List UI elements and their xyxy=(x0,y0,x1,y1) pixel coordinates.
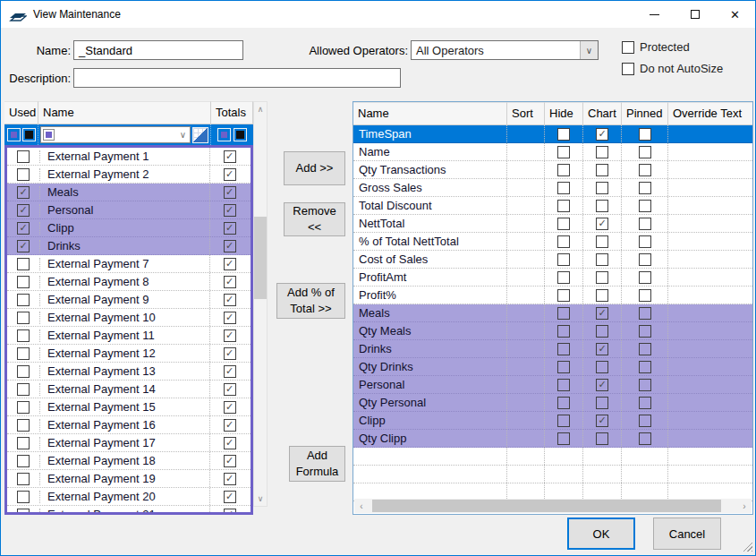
name-filter-input[interactable]: ∨ xyxy=(40,126,191,143)
hide-checkbox[interactable] xyxy=(557,289,570,302)
pinned-checkbox[interactable] xyxy=(639,397,651,409)
chart-checkbox[interactable] xyxy=(596,432,608,445)
totals-checkbox[interactable]: ✓ xyxy=(224,312,236,324)
totals-checkbox[interactable]: ✓ xyxy=(224,240,236,252)
close-button[interactable]: ✕ xyxy=(715,1,755,28)
hide-checkbox[interactable] xyxy=(557,200,570,212)
used-filter-all-icon[interactable] xyxy=(22,128,36,141)
hide-checkbox[interactable] xyxy=(557,325,570,338)
left-grid-row[interactable]: External Payment 11✓ xyxy=(7,327,251,345)
pinned-checkbox[interactable] xyxy=(639,218,651,230)
vertical-scrollbar[interactable]: ∧ ∨ xyxy=(253,101,268,507)
hide-checkbox[interactable] xyxy=(557,218,570,230)
chart-checkbox[interactable] xyxy=(596,164,608,176)
right-col-header-override[interactable]: Override Text xyxy=(668,102,752,125)
right-grid-row[interactable]: Total Discount xyxy=(353,197,752,215)
pinned-checkbox[interactable] xyxy=(639,164,651,176)
hide-checkbox[interactable] xyxy=(557,271,570,284)
right-grid-row[interactable]: Qty Meals xyxy=(353,322,752,340)
autosize-checkbox[interactable]: Do not AutoSize xyxy=(622,62,723,75)
right-grid-row[interactable]: Gross Sales xyxy=(353,179,752,197)
right-grid-row[interactable]: Personal✓ xyxy=(353,376,752,394)
chart-checkbox[interactable]: ✓ xyxy=(596,379,608,391)
chart-checkbox[interactable] xyxy=(596,271,608,284)
scroll-down-icon[interactable]: ∨ xyxy=(254,492,267,506)
right-col-header-chart[interactable]: Chart xyxy=(583,102,622,125)
chart-checkbox[interactable] xyxy=(596,146,608,158)
protected-checkbox-box[interactable] xyxy=(622,41,634,54)
protected-checkbox[interactable]: Protected xyxy=(622,40,690,54)
hide-checkbox[interactable] xyxy=(557,432,570,445)
hide-checkbox[interactable] xyxy=(557,415,570,427)
totals-filter-all-icon[interactable] xyxy=(234,128,247,141)
right-grid-row[interactable]: Qty Transactions xyxy=(353,161,752,179)
ok-button[interactable]: OK xyxy=(567,518,635,550)
hide-checkbox[interactable] xyxy=(557,307,570,320)
chart-checkbox[interactable] xyxy=(596,361,608,373)
used-checkbox[interactable]: ✓ xyxy=(17,240,30,252)
pinned-checkbox[interactable] xyxy=(639,146,651,158)
allowed-operators-select[interactable]: All Operators ∨ xyxy=(411,40,599,60)
totals-checkbox[interactable]: ✓ xyxy=(224,473,236,485)
scroll-up-icon[interactable]: ∧ xyxy=(254,102,267,116)
left-grid-row[interactable]: External Payment 18✓ xyxy=(7,452,251,470)
chart-checkbox[interactable] xyxy=(596,397,608,409)
left-grid-row[interactable]: ✓Clipp✓ xyxy=(7,219,251,237)
pinned-checkbox[interactable] xyxy=(639,289,651,302)
totals-checkbox[interactable]: ✓ xyxy=(224,294,236,306)
pinned-checkbox[interactable] xyxy=(639,343,651,355)
chart-checkbox[interactable] xyxy=(596,325,608,338)
right-grid-row[interactable]: NettTotal✓ xyxy=(353,215,752,233)
hide-checkbox[interactable] xyxy=(557,128,570,141)
totals-filter-checked-icon[interactable] xyxy=(217,128,231,141)
right-grid-row[interactable]: Qty Clipp xyxy=(353,430,752,448)
add-percent-total-button[interactable]: Add % of Total >> xyxy=(276,283,345,319)
hide-checkbox[interactable] xyxy=(557,379,570,391)
resize-grip[interactable] xyxy=(741,540,752,552)
remove-button[interactable]: Remove << xyxy=(284,202,345,236)
left-grid-row[interactable]: External Payment 15✓ xyxy=(7,398,251,416)
right-grid-row[interactable]: Qty Personal xyxy=(353,394,752,412)
left-grid-row[interactable]: External Payment 16✓ xyxy=(7,416,251,434)
hide-checkbox[interactable] xyxy=(557,235,570,248)
used-checkbox[interactable] xyxy=(17,150,30,163)
scroll-left-icon[interactable]: ‹ xyxy=(354,499,369,513)
scroll-right-icon[interactable]: › xyxy=(737,499,752,513)
used-checkbox[interactable]: ✓ xyxy=(17,186,30,199)
left-grid-row[interactable]: ✓Meals✓ xyxy=(7,184,251,201)
used-checkbox[interactable] xyxy=(17,455,30,467)
pinned-checkbox[interactable] xyxy=(639,415,651,427)
hide-checkbox[interactable] xyxy=(557,146,570,158)
left-col-header-used[interactable]: Used xyxy=(4,101,38,124)
hide-checkbox[interactable] xyxy=(557,253,570,266)
right-grid-row[interactable]: Qty Drinks xyxy=(353,358,752,376)
left-grid-row[interactable]: External Payment 20✓ xyxy=(7,488,251,506)
horizontal-scrollbar[interactable]: ‹ › xyxy=(354,499,752,513)
autosize-checkbox-box[interactable] xyxy=(622,63,634,75)
used-checkbox[interactable] xyxy=(17,329,30,342)
totals-checkbox[interactable]: ✓ xyxy=(224,150,236,163)
chart-checkbox[interactable]: ✓ xyxy=(596,415,608,427)
used-checkbox[interactable] xyxy=(17,365,30,378)
hide-checkbox[interactable] xyxy=(557,361,570,373)
totals-checkbox[interactable]: ✓ xyxy=(224,419,236,432)
totals-checkbox[interactable]: ✓ xyxy=(224,365,236,378)
used-checkbox[interactable] xyxy=(17,437,30,449)
used-checkbox[interactable] xyxy=(17,276,30,288)
scrollbar-thumb[interactable] xyxy=(372,500,721,512)
cancel-button[interactable]: Cancel xyxy=(653,518,721,550)
add-formula-button[interactable]: Add Formula xyxy=(289,446,345,482)
maximize-button[interactable] xyxy=(675,1,715,28)
totals-checkbox[interactable]: ✓ xyxy=(224,204,236,217)
chart-checkbox[interactable] xyxy=(596,289,608,302)
used-checkbox[interactable] xyxy=(17,312,30,324)
left-grid-row[interactable]: External Payment 17✓ xyxy=(7,434,251,452)
totals-checkbox[interactable]: ✓ xyxy=(224,383,236,396)
right-grid-row[interactable]: Profit% xyxy=(353,287,752,304)
left-grid-row[interactable]: ✓Personal✓ xyxy=(7,201,251,219)
chevron-down-icon[interactable]: ∨ xyxy=(180,130,190,140)
used-checkbox[interactable] xyxy=(17,383,30,396)
name-input[interactable]: _Standard xyxy=(73,40,243,60)
used-checkbox[interactable] xyxy=(17,401,30,414)
pinned-checkbox[interactable] xyxy=(639,182,651,194)
